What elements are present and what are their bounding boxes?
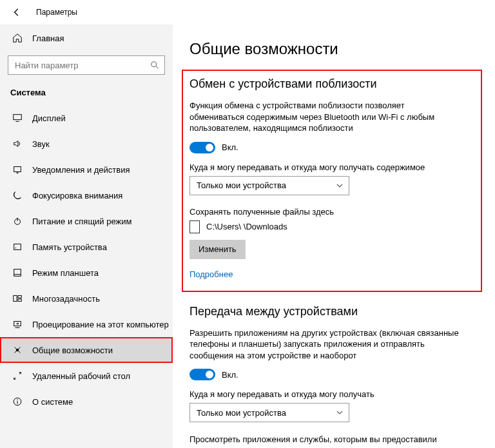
nav-item-label: Проецирование на этот компьютер: [32, 320, 169, 329]
nav-item-0[interactable]: Дисплей: [0, 105, 173, 131]
nav-item-label: Удаленный рабочий стол: [32, 371, 130, 381]
display-icon: [12, 112, 23, 124]
search-input[interactable]: [8, 55, 165, 75]
nav-item-label: Звук: [32, 139, 50, 149]
nav-item-7[interactable]: Многозадачность: [0, 286, 173, 311]
nav-item-label: О системе: [32, 397, 73, 407]
nearby-save-path: C:\Users\ \Downloads: [206, 222, 287, 231]
change-button[interactable]: Изменить: [189, 240, 246, 259]
section-nearby-desc: Функция обмена с устройствами поблизости…: [189, 100, 460, 134]
nav-item-1[interactable]: Звук: [0, 131, 173, 157]
nav-item-label: Уведомления и действия: [32, 165, 130, 175]
back-icon[interactable]: [12, 7, 22, 17]
search-icon: [150, 61, 159, 70]
svg-point-17: [17, 400, 17, 400]
svg-rect-4: [14, 167, 21, 172]
nearby-share-value: Только мои устройства: [197, 180, 286, 190]
power-icon: [12, 215, 23, 227]
svg-point-8: [15, 248, 16, 248]
folder-icon: [189, 220, 200, 233]
nav-item-3[interactable]: Фокусировка внимания: [0, 182, 173, 208]
section-nearby-highlight: Обмен с устройствами поблизости Функция …: [182, 70, 482, 292]
nav-item-label: Дисплей: [32, 113, 66, 123]
nav-item-label: Общие возможности: [32, 346, 113, 355]
cross-toggle[interactable]: [189, 369, 215, 380]
nav-item-8[interactable]: Проецирование на этот компьютер: [0, 311, 173, 337]
nav-item-label: Фокусировка внимания: [32, 191, 122, 200]
section-cross-title: Передача между устройствами: [189, 305, 482, 318]
nav-item-10[interactable]: Удаленный рабочий стол: [0, 363, 173, 389]
cross-share-select[interactable]: Только мои устройства: [189, 403, 349, 422]
nav-item-6[interactable]: Режим планшета: [0, 260, 173, 286]
nav-home-label: Главная: [32, 34, 64, 43]
cross-toggle-label: Вкл.: [222, 370, 238, 380]
category-label: Система: [0, 84, 173, 101]
nav-item-label: Многозадачность: [32, 294, 100, 304]
nav-item-label: Память устройства: [32, 242, 107, 252]
svg-rect-2: [14, 115, 21, 120]
learn-more-link[interactable]: Подробнее: [189, 269, 474, 279]
section-nearby-title: Обмен с устройствами поблизости: [189, 77, 474, 91]
nav-item-9[interactable]: Общие возможности: [0, 337, 173, 363]
nav-item-label: Режим планшета: [32, 268, 99, 278]
nearby-save-path-row: C:\Users\ \Downloads: [189, 220, 474, 233]
svg-point-0: [151, 62, 157, 67]
nav-item-4[interactable]: Питание и спящий режим: [0, 208, 173, 234]
home-icon: [12, 32, 23, 44]
page-title: Общие возможности: [189, 40, 482, 58]
nearby-share-label: Куда я могу передавать и откуда могу пол…: [189, 162, 460, 172]
svg-rect-13: [18, 299, 21, 302]
nearby-share-select[interactable]: Только мои устройства: [189, 176, 349, 195]
svg-line-1: [156, 66, 159, 69]
nearby-toggle-label: Вкл.: [222, 142, 238, 152]
remote-icon: [12, 370, 23, 382]
tablet-icon: [12, 267, 23, 278]
nearby-toggle[interactable]: [189, 142, 215, 153]
nav-item-2[interactable]: Уведомления и действия: [0, 157, 173, 182]
nav-item-label: Питание и спящий режим: [32, 217, 131, 226]
svg-rect-7: [14, 244, 21, 250]
section-cross-desc: Разрешить приложениям на других устройст…: [189, 327, 460, 362]
window-title: Параметры: [36, 8, 77, 17]
svg-rect-12: [18, 296, 21, 298]
nav-item-11[interactable]: О системе: [0, 389, 173, 414]
chevron-down-icon: [336, 409, 344, 416]
sound-icon: [12, 138, 23, 150]
multitask-icon: [12, 293, 23, 304]
nav-home[interactable]: Главная: [0, 27, 173, 49]
nearby-save-label: Сохранять полученные файлы здесь: [189, 207, 460, 217]
svg-rect-9: [14, 269, 21, 277]
main-content: Общие возможности Обмен с устройствами п…: [173, 24, 495, 448]
project-icon: [12, 318, 23, 330]
svg-rect-11: [14, 296, 17, 302]
focus-icon: [12, 190, 23, 201]
chevron-down-icon: [336, 182, 344, 190]
notifications-icon: [12, 164, 23, 175]
shared-icon: [12, 344, 23, 356]
cross-footer: Просмотреть приложения и службы, которым…: [189, 434, 460, 448]
nav-item-5[interactable]: Память устройства: [0, 234, 173, 260]
cross-share-value: Только мои устройства: [197, 408, 286, 418]
search-field[interactable]: [14, 60, 150, 71]
about-icon: [12, 396, 23, 407]
cross-share-label: Куда я могу передавать и откуда могу пол…: [189, 389, 460, 399]
sidebar: Главная Система ДисплейЗвукУведомления и…: [0, 24, 173, 448]
storage-icon: [12, 241, 23, 253]
